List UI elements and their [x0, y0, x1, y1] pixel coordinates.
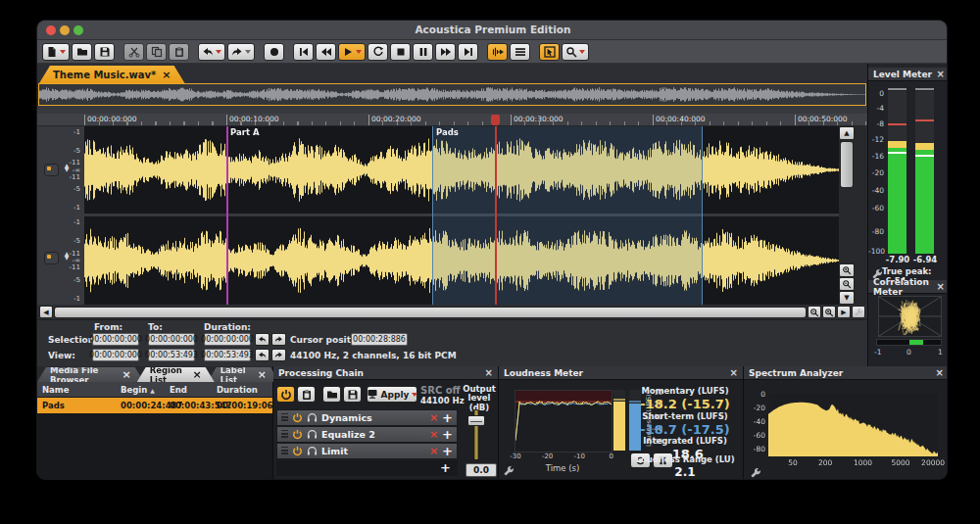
drag-handle-icon[interactable] [281, 447, 288, 455]
col-end[interactable]: End [170, 385, 217, 395]
channel-1-button[interactable] [44, 164, 59, 176]
chain-power-button[interactable] [276, 386, 295, 403]
level-view-button[interactable] [510, 43, 530, 61]
redo-button[interactable] [227, 43, 255, 61]
fast-forward-button[interactable] [435, 43, 456, 61]
spectrum-settings-wrench-icon[interactable] [750, 464, 761, 476]
add-module-icon[interactable]: + [440, 461, 451, 474]
headphones-icon[interactable] [307, 429, 318, 440]
record-button[interactable] [264, 43, 284, 61]
output-fader-handle[interactable] [467, 415, 485, 426]
apply-dropdown-icon[interactable] [412, 393, 417, 397]
level-meter-wrench-icon[interactable] [871, 265, 883, 277]
scroll-left-icon[interactable]: ◀ [39, 306, 53, 318]
zoom-in-horizontal-icon[interactable] [822, 306, 836, 318]
scroll-up-icon[interactable]: ▲ [839, 126, 855, 140]
close-icon[interactable]: × [192, 369, 201, 380]
table-row-pads[interactable]: Pads 00:00:24:487 00:00:43:547 00:00:19:… [37, 398, 272, 413]
zoom-out-horizontal-icon[interactable] [808, 306, 821, 318]
close-icon[interactable]: × [936, 368, 944, 378]
chain-save-button[interactable] [343, 386, 362, 403]
chain-open-button[interactable] [322, 386, 341, 403]
zoom-out-vertical-icon[interactable] [839, 277, 855, 291]
zoom-tool-button[interactable] [562, 43, 589, 61]
play-dropdown-icon[interactable] [356, 50, 362, 54]
module-equalize-2[interactable]: Equalize 2×+ [276, 426, 458, 443]
go-to-end-button[interactable] [458, 43, 478, 61]
dock-tab-media-file-browser[interactable]: Media File Browser× [37, 367, 144, 382]
time-field[interactable]: 00:00:00:000 [92, 333, 139, 346]
scroll-down-icon[interactable]: ▼ [839, 291, 855, 305]
redo-dropdown-icon[interactable] [245, 50, 251, 54]
remove-module-icon[interactable]: × [429, 428, 438, 441]
close-icon[interactable]: × [730, 368, 738, 378]
time-field[interactable]: 00:00:00:000 [148, 333, 195, 346]
marker-part-a-line[interactable] [226, 126, 228, 305]
redo-icon[interactable] [271, 349, 286, 361]
tab-theme-music[interactable]: Theme Music.wav* × [39, 66, 185, 83]
time-field[interactable]: 00:00:53:493 [204, 349, 251, 361]
save-file-button[interactable] [94, 43, 115, 61]
horizontal-scroll-thumb[interactable] [54, 307, 807, 318]
time-ruler[interactable]: 00:00:00:00000:00:10:00000:00:20:00000:0… [37, 114, 867, 126]
stop-button[interactable] [390, 43, 411, 61]
loop-button[interactable] [368, 43, 388, 61]
module-dynamics[interactable]: Dynamics×+ [276, 409, 458, 426]
module-limit[interactable]: Limit×+ [276, 443, 458, 459]
new-file-button[interactable] [42, 43, 70, 61]
close-icon[interactable]: × [485, 368, 493, 378]
wave-settings-wrench-icon[interactable] [852, 306, 865, 318]
region-table-header[interactable]: Name Begin▲ End Duration [37, 382, 272, 398]
time-field[interactable]: 00:00:53:493 [148, 349, 195, 361]
horizontal-scrollbar[interactable]: ◀ ▶ [37, 305, 867, 320]
apply-button[interactable]: Apply [367, 386, 417, 403]
insert-module-icon[interactable]: + [442, 411, 453, 424]
drag-handle-icon[interactable] [281, 430, 288, 439]
insert-module-icon[interactable]: + [442, 428, 453, 441]
remove-module-icon[interactable]: × [429, 411, 438, 424]
open-file-button[interactable] [72, 43, 92, 61]
overview-waveform[interactable] [38, 83, 866, 106]
channel-2-button[interactable] [44, 252, 59, 264]
region-pads-highlight[interactable] [432, 126, 703, 305]
scroll-right-icon[interactable]: ▶ [837, 306, 851, 318]
vertical-scroll-thumb[interactable] [840, 141, 854, 188]
undo-dropdown-icon[interactable] [216, 50, 221, 54]
cursor-flag[interactable] [491, 115, 500, 125]
close-icon[interactable]: × [122, 369, 130, 380]
new-file-dropdown-icon[interactable] [60, 50, 66, 54]
insert-module-icon[interactable]: + [442, 445, 453, 457]
headphones-icon[interactable] [307, 412, 318, 423]
play-button[interactable] [338, 43, 366, 61]
close-icon[interactable]: × [937, 70, 945, 79]
undo-icon[interactable] [255, 349, 270, 361]
remove-module-icon[interactable]: × [429, 445, 438, 457]
zoom-in-vertical-icon[interactable] [839, 263, 855, 277]
power-icon[interactable] [292, 412, 303, 423]
power-icon[interactable] [292, 446, 303, 456]
loudness-settings-wrench-icon[interactable] [503, 462, 514, 474]
dock-tab-region-list[interactable]: Region List× [137, 367, 215, 382]
undo-button[interactable] [198, 43, 225, 61]
drag-handle-icon[interactable] [281, 413, 288, 422]
go-to-start-button[interactable] [293, 43, 314, 61]
time-field[interactable]: 00:00:00:000 [92, 349, 139, 361]
pause-button[interactable] [413, 43, 433, 61]
col-duration[interactable]: Duration [217, 385, 268, 395]
time-field[interactable]: 00:00:00:000 [204, 333, 251, 346]
dock-tab-label-list[interactable]: Label List× [208, 367, 279, 382]
tab-close-icon[interactable]: × [162, 70, 171, 80]
vertical-scrollbar[interactable]: ▲ ▼ [839, 126, 855, 305]
selection-tool-button[interactable] [539, 43, 560, 61]
col-begin[interactable]: Begin▲ [121, 385, 170, 395]
headphones-icon[interactable] [307, 446, 318, 456]
rewind-button[interactable] [316, 43, 336, 61]
close-icon[interactable]: × [937, 282, 945, 292]
chain-paste-button[interactable] [297, 386, 316, 403]
close-icon[interactable]: × [258, 369, 267, 380]
zoom-tool-dropdown-icon[interactable] [579, 50, 585, 54]
waveform-canvas-area[interactable]: Part A Pads [84, 126, 839, 305]
undo-icon[interactable] [255, 333, 270, 346]
power-icon[interactable] [292, 429, 303, 440]
vertical-scroll-track[interactable] [839, 189, 855, 263]
